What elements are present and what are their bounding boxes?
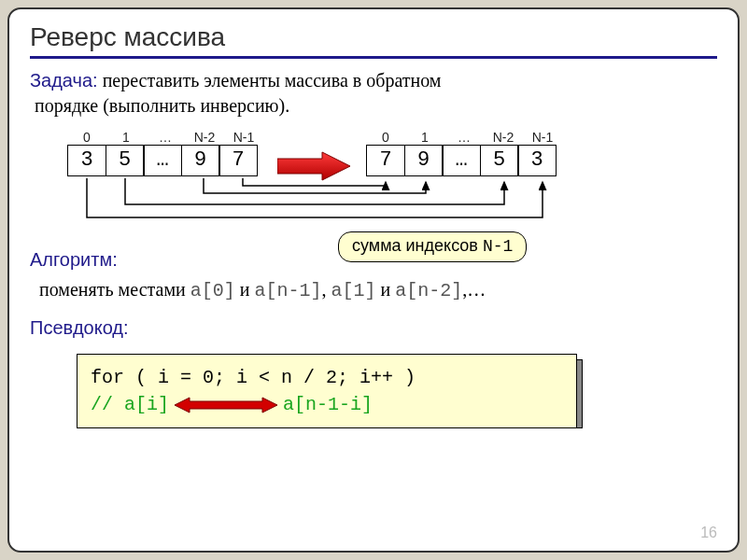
array-after: 0 1 … N-2 N-1 7 9 … 5 3: [366, 130, 562, 176]
code-block: for ( i = 0; i < n / 2; i++ ) // a[i] a[…: [77, 354, 717, 428]
svg-marker-1: [175, 398, 277, 413]
array-cell: 5: [106, 145, 145, 176]
page-number: 16: [700, 525, 717, 541]
page-title: Реверс массива: [30, 22, 717, 59]
idx-label: 1: [106, 130, 146, 145]
algo-code: a[0]: [190, 280, 235, 301]
algo-comma: ,: [321, 279, 331, 300]
array-cell: …: [442, 145, 481, 176]
idx-label: 0: [67, 130, 106, 145]
task-block: Задача: переставить элементы массива в о…: [30, 68, 717, 119]
code-comment-b: a[n-1-i]: [283, 391, 373, 418]
task-text-1: переставить элементы массива в обратном: [98, 70, 442, 91]
idx-label: N-1: [523, 130, 562, 145]
code-comment-a: // a[i]: [91, 391, 169, 418]
code-line: for ( i = 0; i < n / 2; i++ ): [91, 364, 563, 391]
slide-frame: Реверс массива Задача: переставить элеме…: [7, 7, 740, 553]
code-comment-line: // a[i] a[n-1-i]: [91, 391, 373, 418]
array-cell: 5: [480, 145, 519, 176]
array-cell: 3: [517, 145, 557, 176]
double-arrow-icon: [175, 397, 277, 413]
algo-and: и: [235, 279, 255, 300]
code-box: for ( i = 0; i < n / 2; i++ ) // a[i] a[…: [77, 354, 577, 428]
array-cell: 9: [404, 145, 444, 176]
array-before: 0 1 … N-2 N-1 3 5 … 9 7: [67, 130, 263, 176]
task-label: Задача:: [30, 70, 98, 91]
pseudocode-label: Псевдокод:: [30, 317, 717, 339]
algorithm-text: поменять местами a[0] и a[n-1], a[1] и a…: [39, 276, 717, 304]
index-sum-callout: сумма индексов N-1: [338, 231, 527, 262]
callout-text: сумма индексов: [352, 236, 483, 255]
array-cell: 9: [181, 145, 220, 176]
arrays-diagram: 0 1 … N-2 N-1 3 5 … 9 7 0 1 … N-2 N-1: [67, 130, 717, 232]
array-cell: …: [143, 145, 182, 176]
array-cell: 7: [218, 145, 258, 176]
idx-label: 1: [405, 130, 444, 145]
algo-and: и: [376, 279, 396, 300]
algo-code: a[n-1]: [254, 280, 321, 301]
array-cell: 7: [366, 145, 405, 176]
idx-label: N-1: [224, 130, 263, 145]
algo-tail: ,…: [462, 279, 486, 300]
idx-label: …: [146, 130, 185, 145]
array-cell: 3: [67, 145, 106, 176]
task-text-2: порядке (выполнить инверсию).: [35, 95, 289, 116]
idx-label: N-2: [484, 130, 523, 145]
swap-connectors-icon: [67, 176, 590, 236]
idx-label: 0: [366, 130, 405, 145]
idx-label: …: [444, 130, 484, 145]
idx-label: N-2: [185, 130, 224, 145]
algo-pre: поменять местами: [39, 279, 190, 300]
callout-code: N-1: [483, 237, 513, 256]
algo-code: a[1]: [331, 280, 375, 301]
algo-code: a[n-2]: [395, 280, 462, 301]
